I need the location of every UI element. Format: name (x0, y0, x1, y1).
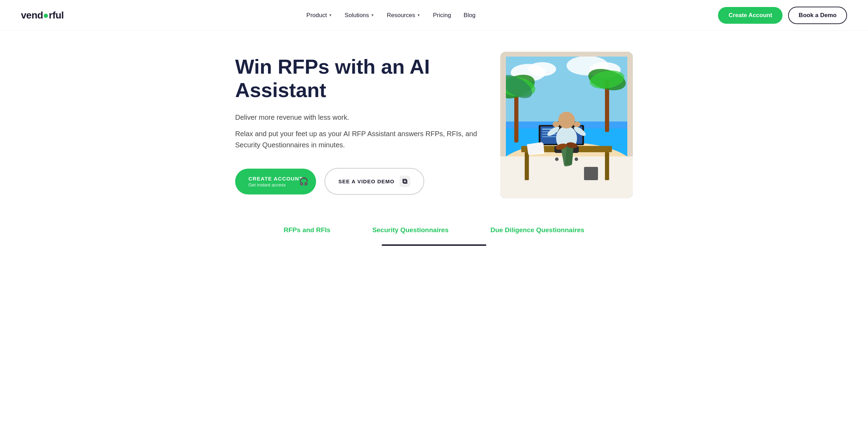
nav-item-resources[interactable]: Resources ▼ (387, 12, 420, 19)
svg-rect-22 (584, 167, 598, 180)
svg-point-37 (558, 112, 575, 128)
chevron-down-icon: ▼ (417, 13, 420, 17)
cta-main-label: CREATE ACCOUNT (248, 176, 303, 182)
bottom-line-container (0, 241, 868, 253)
logo[interactable]: vend●rful (21, 10, 64, 21)
chevron-down-icon: ▼ (371, 13, 374, 17)
svg-rect-47 (527, 142, 544, 155)
svg-rect-20 (525, 152, 529, 180)
nav-label-solutions: Solutions (345, 12, 369, 19)
nav-label-product: Product (306, 12, 327, 19)
hero-title: Win RFPs with an AI Assistant (235, 55, 479, 102)
nav-item-pricing[interactable]: Pricing (433, 12, 451, 19)
hero-image-container (500, 52, 633, 198)
hero-illustration (500, 52, 633, 198)
categories-section: RFPs and RFIs Security Questionnaires Du… (0, 216, 868, 241)
video-demo-label: SEE A VIDEO DEMO (338, 178, 395, 184)
nav-label-blog: Blog (464, 12, 476, 19)
video-icon: ⧉ (399, 176, 410, 187)
hero-buttons: CREATE ACCOUNT Get instant access 🎧 SEE … (235, 168, 479, 195)
nav-create-account-button[interactable]: Create Account (718, 7, 783, 24)
main-nav: vend●rful Product ▼ Solutions ▼ Resource… (0, 0, 868, 31)
category-rfps-rfis[interactable]: RFPs and RFIs (284, 226, 330, 234)
nav-link-resources[interactable]: Resources ▼ (387, 12, 420, 19)
cta-sub-label: Get instant access (248, 182, 286, 187)
nav-label-resources: Resources (387, 12, 415, 19)
hero-section: Win RFPs with an AI Assistant Deliver mo… (190, 31, 678, 212)
hero-svg (500, 52, 633, 198)
nav-link-pricing[interactable]: Pricing (433, 12, 451, 19)
svg-point-41 (574, 122, 581, 127)
nav-link-blog[interactable]: Blog (464, 12, 476, 19)
nav-link-product[interactable]: Product ▼ (306, 12, 332, 19)
bottom-divider (382, 244, 486, 246)
category-security-questionnaires[interactable]: Security Questionnaires (372, 226, 449, 234)
svg-rect-17 (500, 52, 633, 57)
svg-point-34 (575, 157, 578, 161)
hero-subtitle: Deliver more revenue with less work. (235, 112, 479, 123)
nav-link-solutions[interactable]: Solutions ▼ (345, 12, 374, 19)
nav-links: Product ▼ Solutions ▼ Resources ▼ Pricin… (306, 12, 476, 19)
svg-point-40 (553, 122, 560, 127)
category-due-diligence[interactable]: Due Diligence Questionnaires (491, 226, 584, 234)
logo-o: ● (43, 10, 48, 21)
svg-point-5 (528, 62, 556, 76)
nav-label-pricing: Pricing (433, 12, 451, 19)
nav-item-product[interactable]: Product ▼ (306, 12, 332, 19)
nav-actions: Create Account Book a Demo (718, 7, 847, 24)
svg-point-33 (555, 157, 559, 161)
hero-content: Win RFPs with an AI Assistant Deliver mo… (235, 55, 479, 195)
hero-description: Relax and put your feet up as your AI RF… (235, 128, 479, 150)
hero-video-demo-button[interactable]: SEE A VIDEO DEMO ⧉ (324, 168, 424, 195)
logo-text: vend●rful (21, 10, 64, 21)
chevron-down-icon: ▼ (329, 13, 332, 17)
nav-item-blog[interactable]: Blog (464, 12, 476, 19)
nav-item-solutions[interactable]: Solutions ▼ (345, 12, 374, 19)
hero-create-account-button[interactable]: CREATE ACCOUNT Get instant access 🎧 (235, 169, 316, 194)
headphones-icon: 🎧 (299, 177, 308, 186)
nav-book-demo-button[interactable]: Book a Demo (788, 7, 847, 24)
svg-rect-21 (605, 152, 609, 180)
